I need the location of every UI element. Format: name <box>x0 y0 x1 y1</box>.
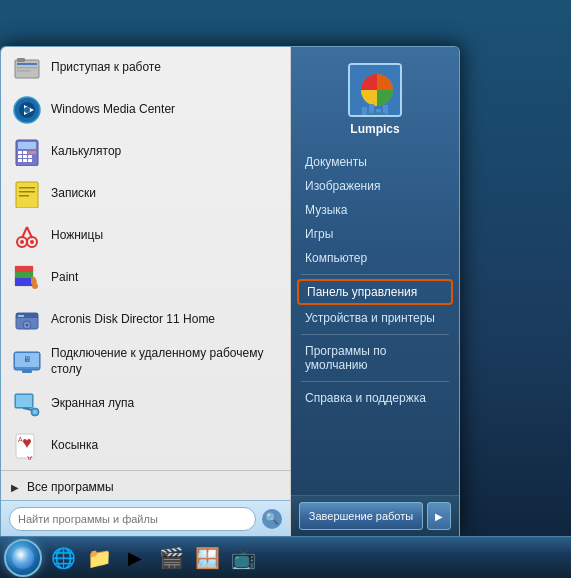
svg-line-27 <box>27 227 32 238</box>
right-link-control[interactable]: Панель управления <box>297 279 453 305</box>
svg-rect-31 <box>15 266 33 272</box>
svg-text:A: A <box>27 455 32 460</box>
taskbar-icon-ie[interactable]: 🌐 <box>46 541 80 575</box>
menu-item-solitaire[interactable]: ♥ A A Косынка <box>1 425 290 467</box>
svg-rect-4 <box>17 70 31 72</box>
magnifier-label: Экранная лупа <box>51 396 134 412</box>
svg-rect-12 <box>23 151 27 154</box>
calc-icon <box>11 136 43 168</box>
right-link-computer[interactable]: Компьютер <box>291 246 459 270</box>
shutdown-arrow-button[interactable]: ▶ <box>427 502 451 530</box>
svg-point-28 <box>20 240 24 244</box>
taskbar-icon-app2[interactable]: 📺 <box>226 541 260 575</box>
svg-point-8 <box>24 107 30 113</box>
svg-point-48 <box>33 410 37 414</box>
menu-item-work[interactable]: Приступая к работе <box>1 47 290 89</box>
menu-item-scissors[interactable]: Ножницы <box>1 215 290 257</box>
svg-rect-18 <box>23 159 27 162</box>
taskbar-icon-mediaplayer[interactable]: ▶ <box>118 541 152 575</box>
right-link-defaults[interactable]: Программы по умолчанию <box>291 339 459 377</box>
svg-rect-0 <box>15 60 39 78</box>
svg-rect-17 <box>18 159 22 162</box>
search-button[interactable]: 🔍 <box>262 509 282 529</box>
svg-rect-46 <box>16 395 32 407</box>
svg-text:🖥: 🖥 <box>23 355 31 364</box>
shutdown-section: Завершение работы ▶ <box>291 495 459 536</box>
media-icon <box>11 94 43 126</box>
svg-rect-2 <box>17 63 37 65</box>
svg-rect-3 <box>17 67 37 69</box>
svg-rect-23 <box>19 195 29 197</box>
svg-rect-33 <box>15 278 33 286</box>
taskbar-icon-mediacenter[interactable]: 🎬 <box>154 541 188 575</box>
taskbar-items: 🌐 📁 ▶ 🎬 🪟 📺 <box>46 541 567 575</box>
media-label: Windows Media Center <box>51 102 175 118</box>
solitaire-icon: ♥ A A <box>11 430 43 462</box>
paint-icon <box>11 262 43 294</box>
right-separator-2 <box>301 334 449 335</box>
right-link-images[interactable]: Изображения <box>291 174 459 198</box>
magnifier-icon <box>11 388 43 420</box>
svg-rect-56 <box>362 107 367 115</box>
calc-label: Калькулятор <box>51 144 121 160</box>
svg-rect-1 <box>17 58 25 62</box>
work-icon <box>11 52 43 84</box>
notes-icon <box>11 178 43 210</box>
svg-point-29 <box>30 240 34 244</box>
all-programs-label: Все программы <box>27 480 114 494</box>
svg-rect-21 <box>19 187 35 189</box>
menu-item-notes[interactable]: Записки <box>1 173 290 215</box>
paint-label: Paint <box>51 270 78 286</box>
svg-rect-15 <box>23 155 27 158</box>
menu-item-media[interactable]: Windows Media Center <box>1 89 290 131</box>
svg-rect-39 <box>18 315 24 317</box>
solitaire-label: Косынка <box>51 438 98 454</box>
right-separator-3 <box>301 381 449 382</box>
all-programs-arrow: ▶ <box>11 482 19 493</box>
right-link-music[interactable]: Музыка <box>291 198 459 222</box>
user-name: Lumpics <box>350 122 399 136</box>
disk-label: Acronis Disk Director 11 Home <box>51 312 215 328</box>
search-input[interactable] <box>9 507 256 531</box>
right-link-documents[interactable]: Документы <box>291 150 459 174</box>
desktop: Приступая к работе Windows Media Center <box>0 0 571 578</box>
taskbar-icon-windows[interactable]: 🪟 <box>190 541 224 575</box>
taskbar-icon-folder[interactable]: 📁 <box>82 541 116 575</box>
work-label: Приступая к работе <box>51 60 161 76</box>
scissors-label: Ножницы <box>51 228 103 244</box>
shutdown-button[interactable]: Завершение работы <box>299 502 423 530</box>
right-links: Документы Изображения Музыка Игры Компью… <box>291 146 459 495</box>
svg-rect-10 <box>18 142 36 149</box>
programs-list: Приступая к работе Windows Media Center <box>1 47 290 467</box>
remote-icon: 🖥 <box>11 346 43 378</box>
remote-label: Подключение к удаленному рабочему столу <box>51 346 280 377</box>
svg-rect-13 <box>28 151 36 154</box>
user-avatar <box>348 63 402 117</box>
right-link-devices[interactable]: Устройства и принтеры <box>291 306 459 330</box>
svg-rect-11 <box>18 151 22 154</box>
svg-rect-32 <box>15 272 33 278</box>
svg-rect-16 <box>28 155 32 158</box>
programs-separator <box>1 470 290 471</box>
scissors-icon <box>11 220 43 252</box>
taskbar: 🌐 📁 ▶ 🎬 🪟 📺 <box>0 536 571 578</box>
left-panel: Приступая к работе Windows Media Center <box>1 47 291 536</box>
notes-label: Записки <box>51 186 96 202</box>
menu-item-disk[interactable]: Acronis Disk Director 11 Home <box>1 299 290 341</box>
start-menu: Приступая к работе Windows Media Center <box>0 46 460 536</box>
start-orb <box>12 547 34 569</box>
svg-rect-19 <box>28 159 32 162</box>
start-button[interactable] <box>4 539 42 577</box>
menu-item-paint[interactable]: Paint <box>1 257 290 299</box>
right-link-games[interactable]: Игры <box>291 222 459 246</box>
svg-text:A: A <box>18 436 23 443</box>
svg-rect-44 <box>22 370 32 373</box>
search-bar: 🔍 <box>1 500 290 536</box>
all-programs-row[interactable]: ▶ Все программы <box>1 474 290 500</box>
menu-item-magnifier[interactable]: Экранная лупа <box>1 383 290 425</box>
right-link-help[interactable]: Справка и поддержка <box>291 386 459 410</box>
svg-rect-22 <box>19 191 35 193</box>
menu-item-calc[interactable]: Калькулятор <box>1 131 290 173</box>
right-panel: Lumpics Документы Изображения Музыка Игр… <box>291 47 459 536</box>
menu-item-remote[interactable]: 🖥 Подключение к удаленному рабочему стол… <box>1 341 290 383</box>
